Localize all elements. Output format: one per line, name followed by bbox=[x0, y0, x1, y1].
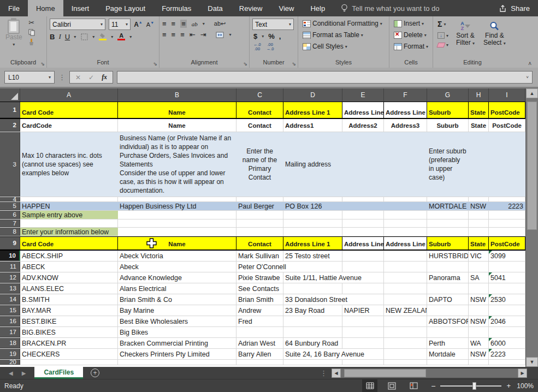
column-header-D[interactable]: D bbox=[283, 88, 342, 102]
align-right-icon[interactable]: ≡ bbox=[180, 31, 185, 39]
cell-F3[interactable] bbox=[384, 132, 427, 197]
cell-A14[interactable]: B.SMITH bbox=[20, 294, 118, 305]
cell-C6[interactable] bbox=[237, 211, 283, 219]
name-box-splitter[interactable]: ⋮ bbox=[58, 73, 66, 81]
cell-F17[interactable] bbox=[384, 327, 427, 337]
cell-G12[interactable]: Panorama bbox=[427, 272, 469, 283]
cell-E11[interactable] bbox=[342, 262, 384, 272]
horizontal-scroll-thumb[interactable] bbox=[344, 369, 426, 377]
cell-F6[interactable] bbox=[384, 211, 427, 219]
cell-I1[interactable]: PostCode bbox=[489, 102, 525, 118]
align-middle-icon[interactable]: ≡ bbox=[172, 20, 176, 28]
comma-style-icon[interactable]: , bbox=[279, 32, 281, 40]
cell-B11[interactable]: Abeck bbox=[118, 262, 237, 272]
cell-F13[interactable] bbox=[384, 283, 427, 294]
cell-C13[interactable]: See Contacts bbox=[237, 283, 283, 294]
cell-A8[interactable]: Enter your information below bbox=[20, 228, 118, 236]
cell-C5[interactable]: Paul Berger bbox=[237, 202, 283, 210]
cell-E6[interactable] bbox=[342, 211, 384, 219]
fill-color-icon[interactable] bbox=[98, 33, 107, 41]
ribbon-tab-view[interactable]: View bbox=[270, 0, 302, 16]
insert-function-icon[interactable]: fx bbox=[102, 73, 107, 81]
cell-H9[interactable]: State bbox=[469, 237, 489, 250]
find-select-button[interactable]: Find & Select ▾ bbox=[481, 19, 509, 58]
font-size-combo[interactable]: 11▾ bbox=[109, 19, 131, 30]
cell-I7[interactable] bbox=[489, 219, 525, 227]
cell-I14[interactable]: 2530 bbox=[489, 294, 525, 305]
autosum-button[interactable]: Σ▾ bbox=[436, 19, 450, 29]
scroll-up-icon[interactable]: ▲ bbox=[526, 88, 538, 98]
cancel-icon[interactable]: ✕ bbox=[75, 74, 81, 81]
tab-strip-splitter[interactable]: ⋮ bbox=[320, 369, 327, 377]
cell-I17[interactable] bbox=[489, 327, 525, 337]
expand-formula-bar-icon[interactable]: ˅ bbox=[526, 75, 529, 80]
cell-A3[interactable]: Max 10 characters inc. dots (cannot use … bbox=[20, 132, 118, 197]
cell-E20[interactable] bbox=[342, 360, 384, 365]
cell-E4[interactable] bbox=[342, 197, 384, 201]
ribbon-tab-page-layout[interactable]: Page Layout bbox=[97, 0, 153, 16]
scroll-down-icon[interactable]: ▼ bbox=[526, 357, 538, 367]
cell-B12[interactable]: Advance Knowledge bbox=[118, 272, 237, 283]
cell-D18[interactable]: 64 Bunbury Road bbox=[283, 338, 342, 348]
cell-G14[interactable]: DAPTO bbox=[427, 294, 469, 305]
font-color-icon[interactable]: A bbox=[117, 33, 126, 41]
row-header-20[interactable]: 20 bbox=[0, 360, 20, 365]
cell-F4[interactable] bbox=[384, 197, 427, 201]
cell-I15[interactable] bbox=[489, 305, 525, 316]
cell-A6[interactable]: Sample entry above bbox=[20, 211, 118, 219]
cell-G13[interactable] bbox=[427, 283, 469, 294]
cell-C1[interactable]: Contact bbox=[237, 102, 283, 118]
row-header-6[interactable]: 6 bbox=[0, 211, 20, 219]
cell-H1[interactable]: State bbox=[469, 102, 489, 118]
cell-F7[interactable] bbox=[384, 219, 427, 227]
cell-I10[interactable]: 3099 bbox=[489, 251, 525, 261]
orientation-icon[interactable]: ab bbox=[192, 21, 198, 27]
zoom-slider-thumb[interactable] bbox=[472, 382, 476, 390]
alignment-dialog-launcher[interactable]: ⇘ bbox=[243, 62, 247, 66]
row-header-9[interactable]: 9 bbox=[0, 237, 20, 250]
cell-C20[interactable] bbox=[237, 360, 283, 365]
cell-E15[interactable]: NAPIER bbox=[342, 305, 384, 316]
cell-G8[interactable] bbox=[427, 228, 469, 236]
cell-D20[interactable] bbox=[283, 360, 342, 365]
sheet-nav-left-icon[interactable]: ◀ bbox=[9, 370, 13, 376]
cell-D7[interactable] bbox=[283, 219, 342, 227]
cell-H11[interactable] bbox=[469, 262, 489, 272]
cell-C7[interactable] bbox=[237, 219, 283, 227]
cell-H16[interactable]: NSW bbox=[469, 316, 489, 326]
insert-cells-button[interactable]: Insert▾ bbox=[392, 19, 430, 28]
sort-filter-button[interactable]: AZ Sort & Filter ▾ bbox=[453, 19, 477, 58]
cell-A13[interactable]: ALANS.ELEC bbox=[20, 283, 118, 294]
row-header-4[interactable]: 4 bbox=[0, 197, 20, 201]
bold-icon[interactable]: B bbox=[50, 33, 55, 41]
vertical-scrollbar[interactable]: ▲ ▼ bbox=[525, 88, 538, 367]
cell-F1[interactable]: Address Line 3 bbox=[384, 102, 427, 118]
cell-C12[interactable]: Pixie Strawbe bbox=[237, 272, 283, 283]
cell-F2[interactable]: Address3 bbox=[384, 119, 427, 132]
cell-G9[interactable]: Suburb bbox=[427, 237, 469, 250]
cell-H13[interactable] bbox=[469, 283, 489, 294]
font-dialog-launcher[interactable]: ⇘ bbox=[153, 62, 157, 66]
collapse-ribbon-icon[interactable]: ˄ bbox=[528, 61, 531, 67]
cell-G3[interactable]: Enter suburb (preferably in upper case) bbox=[427, 132, 469, 197]
cell-H14[interactable]: NSW bbox=[469, 294, 489, 305]
cell-E3[interactable] bbox=[342, 132, 384, 197]
cell-C10[interactable]: Mark Sullivan bbox=[237, 251, 283, 261]
cell-G11[interactable] bbox=[427, 262, 469, 272]
row-header-8[interactable]: 8 bbox=[0, 228, 20, 236]
cell-I5[interactable]: 2223 bbox=[489, 202, 525, 210]
cell-F16[interactable] bbox=[384, 316, 427, 326]
normal-view-button[interactable] bbox=[362, 379, 377, 392]
cell-F20[interactable] bbox=[384, 360, 427, 365]
column-header-F[interactable]: F bbox=[384, 88, 427, 102]
cell-styles-button[interactable]: Cell Styles▾ bbox=[301, 42, 386, 51]
cell-C18[interactable]: Adrian West bbox=[237, 338, 283, 348]
cell-A10[interactable]: ABECK.SHIP bbox=[20, 251, 118, 261]
ribbon-tab-home[interactable]: Home bbox=[28, 0, 63, 16]
cell-H19[interactable]: NSW bbox=[469, 349, 489, 359]
column-header-I[interactable]: I bbox=[489, 88, 525, 102]
cell-D11[interactable] bbox=[283, 262, 342, 272]
cell-I13[interactable] bbox=[489, 283, 525, 294]
cell-I3[interactable] bbox=[489, 132, 525, 197]
cut-icon[interactable]: ✂ bbox=[27, 19, 36, 27]
